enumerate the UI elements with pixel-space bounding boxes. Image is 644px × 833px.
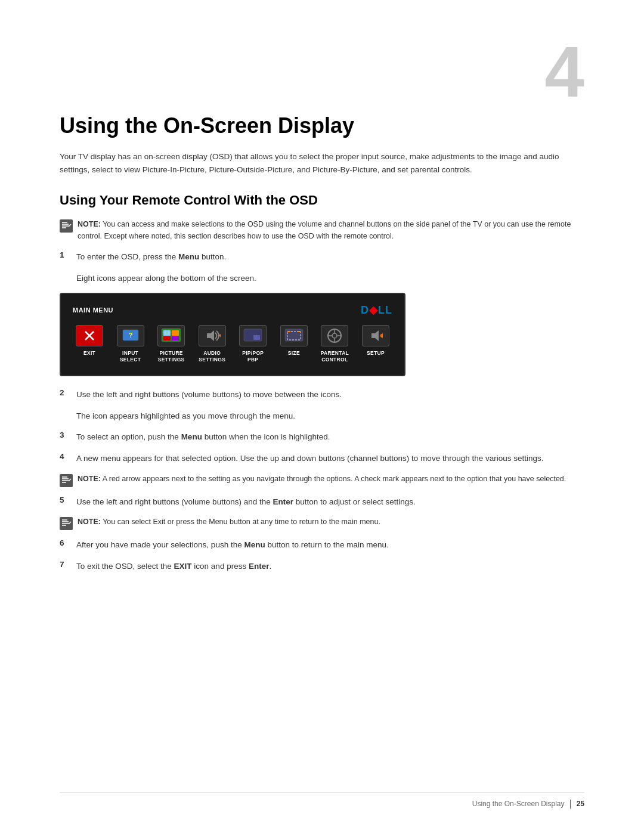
step-number-2: 2 [60,388,69,397]
input-icon-box: ? [117,325,144,346]
picture-icon-label: PICTURESETTINGS [158,350,185,363]
osd-icon-picture: PICTURESETTINGS [154,325,188,363]
svg-marker-29 [371,330,379,341]
osd-icon-input: ? INPUTSELECT [114,325,147,363]
exit-icon-label: EXIT [83,350,95,357]
step-sub-2: The icon appears highlighted as you move… [76,410,584,423]
step-item-3: 3 To select an option, push the Menu but… [60,431,584,444]
svg-rect-14 [172,336,179,340]
input-icon-svg: ? [122,328,140,343]
step-item-1: 1 To enter the OSD, press the Menu butto… [60,250,584,264]
note-text-1: NOTE: You can access and make selections… [78,219,584,242]
dell-logo: D◆LL [361,304,392,317]
picture-icon-svg [161,327,181,344]
page-container: 4 Using the On-Screen Display Your TV di… [0,0,644,628]
step-content-1: To enter the OSD, press the Menu button. [76,250,226,264]
step-item-2: 2 Use the left and right buttons (volume… [60,388,584,401]
step-number-1: 1 [60,250,69,259]
osd-title: MAIN MENU [73,306,113,314]
audio-icon-box [199,325,226,346]
step-number-7: 7 [60,560,69,569]
page-footer: Using the On-Screen Display | 25 [60,792,584,809]
note-text-3: NOTE: You can select Exit or press the M… [78,516,380,528]
parental-icon-box [321,325,348,346]
step-content-7: To exit the OSD, select the EXIT icon an… [76,560,271,573]
step-number-3: 3 [60,431,69,439]
note-box-1: NOTE: You can access and make selections… [60,219,584,242]
osd-header: MAIN MENU D◆LL [73,304,392,317]
osd-icons-row: EXIT ? INPUTSELECT [73,325,392,363]
setup-icon-box [362,325,389,346]
osd-icon-setup: SETUP [359,325,392,357]
step-item-5: 5 Use the left and right buttons (volume… [60,496,584,509]
pip-icon-label: PIP/POPPBP [242,350,264,363]
note-text-2: NOTE: A red arrow appears next to the se… [78,473,566,485]
setup-icon-label: SETUP [367,350,385,357]
footer-page: 25 [577,800,584,808]
note-label-3: NOTE: [78,518,101,526]
step-content-2: Use the left and right buttons (volume b… [76,388,342,401]
exit-icon-svg [82,329,97,343]
svg-rect-12 [172,330,179,336]
pip-icon-svg [243,327,263,344]
svg-marker-15 [207,330,214,341]
step-content-4: A new menu appears for that selected opt… [76,452,544,465]
step-number-5: 5 [60,496,69,504]
page-title: Using the On-Screen Display [60,113,584,138]
svg-rect-11 [163,330,171,336]
step-sub-1: Eight icons appear along the bottom of t… [76,272,584,285]
intro-text: Your TV display has an on-screen display… [60,150,584,176]
exit-icon-box [76,325,103,346]
input-icon-label: INPUTSELECT [120,350,141,363]
footer-separator: | [569,798,571,809]
picture-icon-box [157,325,185,346]
setup-icon-svg [367,328,385,343]
parental-icon-svg [326,328,343,343]
note-box-2: NOTE: A red arrow appears next to the se… [60,473,584,487]
size-icon-box [280,325,308,346]
step-item-7: 7 To exit the OSD, select the EXIT icon … [60,560,584,573]
svg-text:?: ? [128,332,132,339]
audio-icon-svg [203,328,221,343]
note-label-1: NOTE: [78,220,101,228]
audio-icon-label: AUDIOSETTINGS [199,350,225,363]
size-icon-label: SIZE [288,350,300,357]
parental-icon-label: PARENTALCONTROL [321,350,349,363]
svg-rect-18 [253,335,260,340]
osd-icon-pip: PIP/POPPBP [236,325,270,363]
step-item-6: 6 After you have made your selections, p… [60,538,584,552]
osd-icon-audio: AUDIOSETTINGS [196,325,229,363]
osd-icon-parental: PARENTALCONTROL [318,325,351,363]
step-content-5: Use the left and right buttons (volume b… [76,496,416,509]
note-box-3: NOTE: You can select Exit or press the M… [60,516,584,530]
osd-screen: MAIN MENU D◆LL EXIT ? [60,293,405,376]
step-item-4: 4 A new menu appears for that selected o… [60,452,584,465]
footer-text: Using the On-Screen Display [472,800,565,808]
svg-rect-13 [163,336,171,340]
step-number-6: 6 [60,538,69,547]
note-icon-2 [60,474,73,487]
note-icon-3 [60,517,73,530]
size-icon-svg [284,327,304,344]
chapter-number: 4 [60,36,584,107]
step-content-6: After you have made your selections, pus… [76,538,389,552]
note-label-2: NOTE: [78,475,101,483]
svg-marker-30 [380,333,383,338]
step-content-3: To select an option, push the Menu butto… [76,431,330,444]
section-heading: Using Your Remote Control With the OSD [60,193,584,208]
step-number-4: 4 [60,452,69,461]
osd-icon-exit: EXIT [73,325,106,357]
pip-icon-box [239,325,267,346]
svg-point-24 [332,333,337,338]
note-icon-1 [60,219,73,233]
osd-icon-size: SIZE [277,325,311,357]
